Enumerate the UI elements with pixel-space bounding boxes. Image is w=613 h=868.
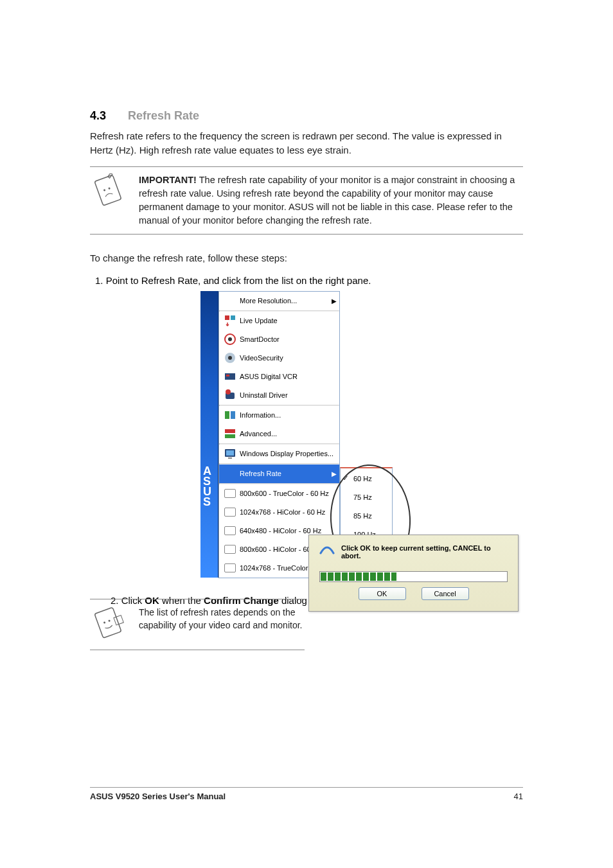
menu-item-information[interactable]: Information... (219, 406, 339, 425)
menu-item-live-update[interactable]: Live Update (219, 312, 339, 330)
advanced-icon (222, 426, 238, 441)
progress-fill (321, 572, 396, 581)
note-icon (90, 173, 127, 211)
menu-item-preset-1[interactable]: 800x600 - TrueColor - 60 Hz (219, 484, 339, 503)
svg-rect-4 (231, 315, 235, 320)
svg-rect-18 (226, 450, 234, 456)
svg-point-1 (103, 189, 106, 191)
progress-bar (319, 571, 508, 582)
svg-rect-16 (225, 434, 235, 438)
live-update-icon (222, 313, 238, 328)
svg-point-12 (226, 389, 231, 394)
svg-rect-15 (225, 429, 235, 433)
monitor-icon (222, 560, 238, 576)
svg-point-8 (228, 356, 232, 360)
ok-button[interactable]: OK (359, 587, 406, 600)
sub-item-60hz[interactable]: ✓ 60 Hz (341, 470, 392, 488)
menu-item-digital-vcr[interactable]: ASUS Digital VCR (219, 368, 339, 386)
important-note: IMPORTANT! The refresh rate capability o… (90, 166, 523, 235)
cancel-button[interactable]: Cancel (422, 587, 469, 600)
sub-item-75hz[interactable]: 75 Hz (341, 488, 392, 507)
svg-point-23 (108, 619, 111, 622)
intro-paragraph: Refresh rate refers to the frequency the… (90, 129, 523, 157)
menu-item-refresh-rate[interactable]: Refresh Rate ▶ (219, 465, 339, 483)
asus-sidebar: ASUS (200, 291, 218, 578)
menu-item-smartdoctor[interactable]: SmartDoctor (219, 330, 339, 349)
info-note: The list of refresh rates depends on the… (90, 599, 305, 650)
svg-rect-10 (226, 375, 229, 376)
check-icon: ✓ (342, 474, 349, 483)
menu-item-uninstall[interactable]: Uninstall Driver (219, 386, 339, 405)
monitor-icon (222, 542, 238, 557)
section-number: 4.3 (90, 109, 106, 122)
menu-item-advanced[interactable]: Advanced... (219, 425, 339, 443)
svg-point-22 (103, 621, 106, 624)
svg-rect-14 (231, 411, 235, 419)
section-heading: 4.3 Refresh Rate (90, 109, 523, 123)
svg-rect-19 (228, 457, 232, 459)
menu-item-preset-2[interactable]: 1024x768 - HiColor - 60 Hz (219, 503, 339, 522)
section-title: Refresh Rate (128, 109, 199, 122)
sub-item-85hz[interactable]: 85 Hz (341, 507, 392, 526)
step-1: 1. Point to Refresh Rate, and click from… (95, 274, 523, 288)
note-lead: IMPORTANT! (139, 175, 197, 185)
note-text: The list of refresh rates depends on the… (139, 606, 305, 632)
uninstall-icon (222, 387, 238, 403)
videosecurity-icon (222, 350, 238, 366)
svg-rect-20 (94, 607, 121, 638)
confirm-dialog: Click OK to keep current setting, CANCEL… (308, 535, 519, 612)
svg-point-2 (108, 187, 111, 190)
svg-rect-13 (225, 411, 229, 419)
menu-item-videosecurity[interactable]: VideoSecurity (219, 349, 339, 368)
vcr-icon (222, 369, 238, 384)
monitor-icon (222, 446, 238, 461)
footer-page-number: 41 (514, 792, 523, 801)
chevron-right-icon: ▶ (332, 470, 337, 477)
menu-item-more-resolution[interactable]: More Resolution... ▶ (219, 292, 339, 310)
monitor-icon (222, 504, 238, 520)
svg-point-6 (228, 337, 232, 341)
confirm-message: Click OK to keep current setting, CANCEL… (341, 544, 508, 560)
chevron-right-icon: ▶ (332, 297, 337, 305)
svg-rect-0 (94, 175, 121, 206)
note-text: IMPORTANT! The refresh rate capability o… (139, 173, 523, 227)
monitor-icon (222, 523, 238, 538)
menu-item-display-props[interactable]: Windows Display Properties... (219, 445, 339, 463)
footer-title: ASUS V9520 Series User's Manual (90, 792, 226, 801)
note-icon (90, 606, 127, 643)
smartdoctor-icon (222, 332, 238, 347)
information-icon (222, 407, 238, 423)
svg-rect-3 (225, 315, 229, 320)
subheading: To change the refresh rate, follow these… (90, 251, 523, 265)
monitor-icon (222, 486, 238, 501)
page-footer: ASUS V9520 Series User's Manual 41 (90, 787, 523, 801)
asus-logo-icon (319, 544, 335, 560)
